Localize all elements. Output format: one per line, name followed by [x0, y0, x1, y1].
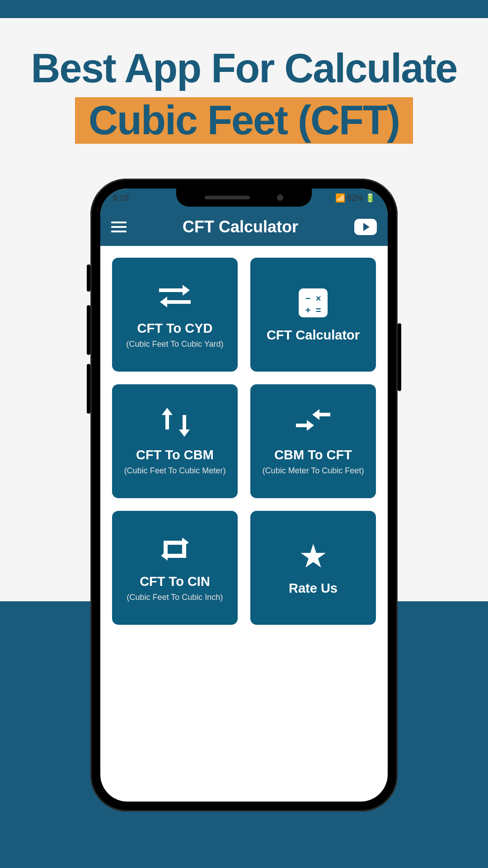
menu-icon[interactable]: [111, 222, 127, 232]
promo-top-bar: [0, 0, 488, 18]
tile-subtitle: (Cubic Feet To Cubic Inch): [127, 592, 223, 603]
headline-highlight: Cubic Feet (CFT): [75, 97, 413, 144]
tile-title: CFT To CBM: [136, 447, 214, 463]
converge-arrows-icon: [296, 406, 330, 439]
tile-subtitle: (Cubic Meter To Cubic Feet): [263, 466, 364, 476]
tile-grid: CFT To CYD (Cubic Feet To Cubic Yard) −×…: [100, 246, 388, 637]
youtube-icon[interactable]: [354, 219, 377, 235]
tile-cft-calculator[interactable]: −×+= CFT Calculator: [250, 258, 376, 372]
tile-title: CBM To CFT: [274, 447, 352, 463]
app-header: CFT Calculator: [100, 208, 388, 246]
phone-mockup: 9:29 📶82%🔋 CFT Calculator CFT To CYD: [90, 179, 398, 811]
cycle-icon: [160, 533, 190, 566]
tile-cft-to-cbm[interactable]: CFT To CBM (Cubic Feet To Cubic Meter): [112, 384, 238, 498]
status-time: 9:29: [113, 193, 129, 203]
promo-headline: Best App For Calculate Cubic Feet (CFT): [0, 18, 488, 153]
tile-title: CFT To CIN: [140, 574, 210, 590]
tile-subtitle: (Cubic Feet To Cubic Yard): [126, 339, 223, 349]
headline-line1: Best App For Calculate: [9, 45, 479, 92]
phone-screen: 9:29 📶82%🔋 CFT Calculator CFT To CYD: [100, 189, 388, 802]
calculator-icon: −×+=: [299, 287, 328, 319]
tile-cft-to-cyd[interactable]: CFT To CYD (Cubic Feet To Cubic Yard): [112, 258, 238, 372]
tile-cbm-to-cft[interactable]: CBM To CFT (Cubic Meter To Cubic Feet): [250, 384, 376, 498]
tile-title: CFT To CYD: [137, 321, 213, 336]
phone-notch: [176, 189, 312, 207]
star-icon: ★: [299, 540, 328, 572]
swap-horizontal-icon: [159, 280, 191, 312]
status-battery: 📶82%🔋: [335, 193, 375, 203]
app-title: CFT Calculator: [183, 217, 298, 236]
tile-title: CFT Calculator: [267, 327, 360, 343]
tile-rate-us[interactable]: ★ Rate Us: [250, 511, 376, 625]
tile-title: Rate Us: [289, 580, 338, 596]
headline-line2: Cubic Feet (CFT): [89, 97, 399, 144]
tile-cft-to-cin[interactable]: CFT To CIN (Cubic Feet To Cubic Inch): [112, 511, 238, 625]
swap-vertical-icon: [164, 406, 186, 439]
tile-subtitle: (Cubic Feet To Cubic Meter): [124, 466, 226, 476]
